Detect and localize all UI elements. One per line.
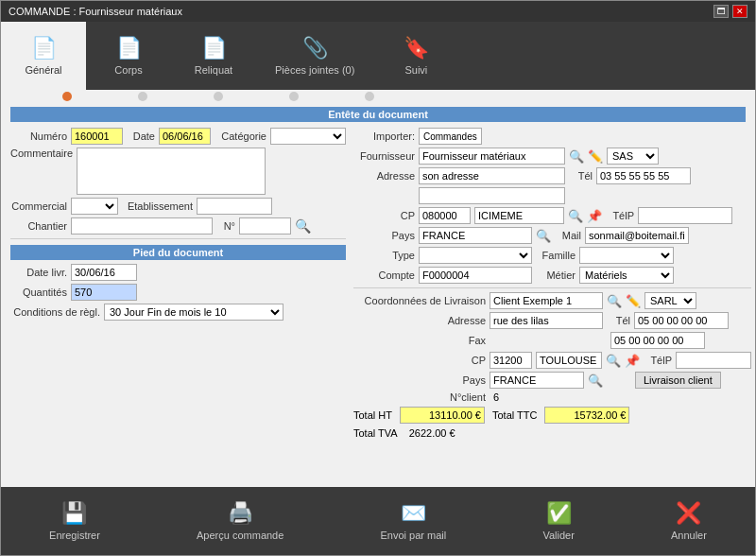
total-ttc-input xyxy=(544,407,629,424)
cp-livr-input[interactable] xyxy=(490,352,532,369)
commentaire-textarea[interactable] xyxy=(77,148,266,195)
minimize-button[interactable]: 🗖 xyxy=(713,5,729,18)
mail-icon: ✉️ xyxy=(401,501,426,526)
cp-fourn-row: CP 🔍 📌 TélP xyxy=(353,207,751,224)
adresse-fourn-label: Adresse xyxy=(353,170,415,182)
telp-livr-input[interactable] xyxy=(676,352,751,369)
cp-fourn-input[interactable] xyxy=(419,207,471,224)
metier-select[interactable]: Matériels xyxy=(579,267,674,284)
metier-label: Métier xyxy=(536,269,576,281)
fournisseur-search-icon[interactable]: 🔍 xyxy=(569,149,584,164)
date-input[interactable] xyxy=(159,128,211,145)
bottom-bar: 💾 Enregistrer 🖨️ Aperçu commande ✉️ Envo… xyxy=(1,487,755,555)
tab-general[interactable]: 📄 Général xyxy=(1,22,86,90)
pays-livr-label: Pays xyxy=(353,374,486,386)
annuler-label: Annuler xyxy=(671,530,707,541)
left-panel: Numéro Date Catégorie Commentaire Commer… xyxy=(10,128,346,439)
famille-select[interactable] xyxy=(579,247,674,264)
telp-fourn-input[interactable] xyxy=(638,207,732,224)
envoi-button[interactable]: ✉️ Envoi par mail xyxy=(381,501,447,541)
main-content: Entête du document Numéro Date Catégorie… xyxy=(1,103,755,487)
chantier-icon[interactable]: 🔍 xyxy=(295,218,311,234)
entete-header: Entête du document xyxy=(10,107,746,122)
tab-suivi[interactable]: 🔖 Suivi xyxy=(373,22,458,90)
livraison-row: Coordonnées de Livraison 🔍 ✏️ SARL xyxy=(353,292,751,309)
dot-pieces xyxy=(289,92,299,101)
commercial-row: Commercial Etablissement xyxy=(10,198,346,215)
adresse-fourn-input[interactable] xyxy=(419,167,565,184)
tab-reliquat-label: Reliquat xyxy=(195,64,232,76)
pays-fourn-input[interactable] xyxy=(419,227,532,244)
general-icon: 📄 xyxy=(31,36,57,61)
fournisseur-type-select[interactable]: SAS xyxy=(607,148,659,165)
numero-row: Numéro Date Catégorie xyxy=(10,128,346,145)
type-row: Type Famille xyxy=(353,247,751,264)
type-select[interactable] xyxy=(419,247,532,264)
cp-livr-map-icon[interactable]: 📌 xyxy=(625,354,640,368)
conditions-select[interactable]: 30 Jour Fin de mois le 10 xyxy=(104,304,284,321)
cp-search-icon[interactable]: 🔍 xyxy=(568,209,583,223)
main-window: COMMANDE : Fournisseur matériaux 🗖 ✕ 📄 G… xyxy=(0,0,756,556)
close-button[interactable]: ✕ xyxy=(732,5,747,18)
nclient-value: 6 xyxy=(493,391,499,403)
total-ht-input xyxy=(400,407,485,424)
tel-input[interactable] xyxy=(596,167,691,184)
adresse-livr-label: Adresse xyxy=(353,315,486,326)
livraison-search-icon[interactable]: 🔍 xyxy=(607,294,622,308)
commercial-select[interactable] xyxy=(71,198,118,215)
fournisseur-edit-icon[interactable]: ✏️ xyxy=(588,149,603,164)
livraison-client-button[interactable]: Livraison client xyxy=(635,372,721,389)
quantites-row: Quantités xyxy=(10,284,346,301)
compte-input[interactable] xyxy=(419,267,532,284)
valider-button[interactable]: ✅ Valider xyxy=(542,501,574,541)
adresse-fourn-input2[interactable] xyxy=(419,187,565,204)
pays-livr-icon[interactable]: 🔍 xyxy=(588,374,603,388)
enregistrer-button[interactable]: 💾 Enregistrer xyxy=(49,501,100,541)
annuler-button[interactable]: ❌ Annuler xyxy=(671,501,707,541)
nclient-row: N°client 6 xyxy=(353,391,751,403)
title-bar: COMMANDE : Fournisseur matériaux 🗖 ✕ xyxy=(1,1,755,22)
date-label: Date xyxy=(127,130,155,142)
pays-fourn-row: Pays 🔍 Mail xyxy=(353,227,751,244)
dot-corps xyxy=(138,92,147,101)
date-livr-input[interactable] xyxy=(71,264,137,281)
apercu-button[interactable]: 🖨️ Aperçu commande xyxy=(197,501,284,541)
livraison-type-select[interactable]: SARL xyxy=(644,292,696,309)
tab-corps[interactable]: 📄 Corps xyxy=(86,22,171,90)
numero-input[interactable] xyxy=(71,128,123,145)
cp-city-input[interactable] xyxy=(474,207,564,224)
tab-reliquat[interactable]: 📄 Reliquat xyxy=(171,22,256,90)
mail-input[interactable] xyxy=(585,227,689,244)
pays-livr-row: Pays 🔍 Livraison client xyxy=(353,372,751,389)
livraison-client-input[interactable] xyxy=(490,292,603,309)
tel-livr-input[interactable] xyxy=(634,312,729,329)
cp-map-icon[interactable]: 📌 xyxy=(587,209,602,223)
pays-search-icon[interactable]: 🔍 xyxy=(536,229,551,243)
adresse-livr-input[interactable] xyxy=(490,312,603,329)
livraison-edit-icon[interactable]: ✏️ xyxy=(626,294,641,308)
categorie-select[interactable] xyxy=(270,128,346,145)
pieces-icon: 📎 xyxy=(302,36,328,61)
chantier-input[interactable] xyxy=(71,217,213,235)
enregistrer-label: Enregistrer xyxy=(49,530,100,541)
tab-pieces[interactable]: 📎 Pièces jointes (0) xyxy=(256,22,373,90)
validate-icon: ✅ xyxy=(546,501,572,526)
pays-livr-input[interactable] xyxy=(490,372,584,389)
adresse-fourn-row2 xyxy=(353,187,751,204)
quantites-input[interactable] xyxy=(71,284,137,301)
etablissement-input[interactable] xyxy=(197,198,272,215)
n-input[interactable] xyxy=(239,217,291,235)
envoi-label: Envoi par mail xyxy=(381,530,447,541)
dot-suivi xyxy=(365,92,374,101)
categorie-label: Catégorie xyxy=(215,130,266,142)
tab-corps-label: Corps xyxy=(114,64,142,76)
city-livr-input[interactable] xyxy=(536,352,602,369)
fax-input[interactable] xyxy=(610,332,705,349)
mail-label: Mail xyxy=(555,230,581,241)
apercu-label: Aperçu commande xyxy=(197,530,284,541)
cp-livr-search-icon[interactable]: 🔍 xyxy=(606,354,621,368)
conditions-label: Conditions de règl. xyxy=(10,306,100,318)
importer-button[interactable]: Commandes xyxy=(419,128,482,145)
fournisseur-input[interactable] xyxy=(419,148,565,165)
total-tva-value: 2622.00 € xyxy=(409,427,455,439)
